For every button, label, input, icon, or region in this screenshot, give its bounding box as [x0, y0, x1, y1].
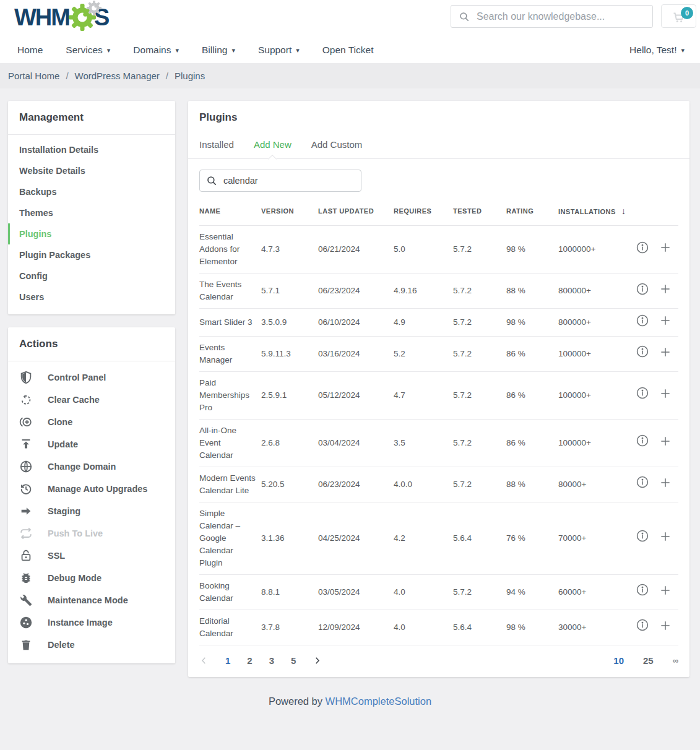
table-row: Paid Memberships Pro2.5.9.105/12/20244.7…	[199, 371, 678, 419]
plugin-details-button[interactable]	[635, 241, 650, 256]
cell-last-updated: 06/10/2024	[318, 309, 394, 337]
plugin-search	[199, 170, 361, 192]
nav-item-support[interactable]: Support▾	[258, 45, 300, 56]
sidebar-item-installation-details[interactable]: Installation Details	[8, 139, 175, 160]
column-header-installations[interactable]: INSTALLATIONS↓	[558, 197, 633, 226]
sidebar-item-plugins[interactable]: Plugins	[8, 223, 175, 244]
tab-add-custom[interactable]: Add Custom	[311, 139, 363, 158]
sidebar-item-plugin-packages[interactable]: Plugin Packages	[8, 244, 175, 265]
page-number-5[interactable]: 5	[291, 655, 296, 666]
plugin-details-button[interactable]	[635, 345, 650, 360]
action-item-manage-auto-upgrades[interactable]: Manage Auto Upgrades	[8, 478, 175, 500]
tab-add-new[interactable]: Add New	[254, 139, 292, 158]
install-plugin-button[interactable]	[658, 387, 673, 402]
plugin-details-button[interactable]	[635, 282, 650, 297]
column-header-tested[interactable]: TESTED	[453, 197, 506, 226]
column-header-version[interactable]: VERSION	[261, 197, 318, 226]
plugin-details-button[interactable]	[635, 314, 650, 329]
action-item-control-panel[interactable]: Control Panel	[8, 366, 175, 389]
plugin-details-button[interactable]	[635, 476, 650, 491]
cell-requires: 4.0.0	[394, 467, 453, 502]
plugin-details-button[interactable]	[635, 387, 650, 402]
footer-link[interactable]: WHMCompleteSolution	[326, 696, 431, 707]
nav-item-services[interactable]: Services▾	[66, 45, 110, 56]
cell-name: The Events Calendar	[199, 274, 261, 309]
page-size-25[interactable]: 25	[643, 655, 654, 666]
next-page-icon[interactable]	[313, 656, 322, 665]
column-header-requires[interactable]: REQUIRES	[394, 197, 453, 226]
table-row: Simple Calendar – Google Calendar Plugin…	[199, 502, 678, 574]
chevron-down-icon: ▾	[176, 46, 179, 54]
cell-details	[633, 274, 657, 309]
column-header-label: LAST UPDATED	[318, 207, 374, 215]
install-plugin-button[interactable]	[658, 241, 673, 256]
nav-item-domains[interactable]: Domains▾	[133, 45, 179, 56]
header: WHM	[0, 0, 700, 37]
plus-icon	[659, 530, 672, 545]
column-header-name[interactable]: NAME	[199, 197, 261, 226]
knowledgebase-search-input[interactable]	[477, 11, 645, 22]
action-item-instance-image[interactable]: Instance Image	[8, 611, 175, 634]
action-item-update[interactable]: Update	[8, 433, 175, 455]
sidebar-item-backups[interactable]: Backups	[8, 181, 175, 202]
install-plugin-button[interactable]	[658, 476, 673, 491]
logo-text-whm: WHM	[14, 4, 69, 31]
main-nav: HomeServices▾Domains▾Billing▾Support▾Ope…	[17, 45, 373, 56]
previous-page-icon[interactable]	[199, 656, 209, 665]
column-header-rating[interactable]: RATING	[506, 197, 558, 226]
action-item-ssl[interactable]: SSL	[8, 545, 175, 567]
nav-item-open-ticket[interactable]: Open Ticket	[322, 45, 374, 56]
action-item-staging[interactable]: Staging	[8, 500, 175, 522]
nav-item-billing[interactable]: Billing▾	[202, 45, 235, 56]
install-plugin-button[interactable]	[658, 314, 673, 329]
trash-icon	[19, 638, 33, 652]
whmcs-logo[interactable]: WHM	[14, 4, 108, 31]
cell-last-updated: 06/21/2024	[318, 226, 394, 274]
plugin-search-input[interactable]	[223, 176, 355, 186]
install-plugin-button[interactable]	[658, 530, 673, 545]
action-item-label: Clone	[48, 417, 72, 427]
breadcrumb-item-portal-home[interactable]: Portal Home	[8, 71, 59, 81]
page-number-1[interactable]: 1	[225, 655, 230, 666]
action-item-clone[interactable]: Clone	[8, 411, 175, 433]
column-header-last-updated[interactable]: LAST UPDATED	[318, 197, 394, 226]
shield-icon	[19, 371, 33, 384]
sidebar-item-website-details[interactable]: Website Details	[8, 160, 175, 181]
install-plugin-button[interactable]	[658, 434, 673, 449]
plugin-details-button[interactable]	[635, 584, 650, 598]
cell-rating: 98 %	[506, 610, 558, 645]
cell-requires: 3.5	[394, 419, 453, 467]
breadcrumb-item-wordpress-manager[interactable]: WordPress Manager	[75, 71, 160, 81]
plugin-details-button[interactable]	[635, 619, 650, 634]
page-number-2[interactable]: 2	[247, 655, 252, 666]
action-item-debug-mode[interactable]: Debug Mode	[8, 567, 175, 589]
install-plugin-button[interactable]	[658, 584, 673, 598]
wrench-icon	[19, 593, 33, 607]
cell-installations: 100000+	[558, 336, 633, 371]
sidebar-item-config[interactable]: Config	[8, 265, 175, 287]
page-size-10[interactable]: 10	[613, 655, 624, 666]
action-item-maintenance-mode[interactable]: Maintenance Mode	[8, 589, 175, 611]
action-item-change-domain[interactable]: Change Domain	[8, 455, 175, 478]
install-plugin-button[interactable]	[658, 283, 673, 298]
nav-item-home[interactable]: Home	[17, 45, 43, 56]
plugins-tabs: InstalledAdd NewAdd Custom	[188, 133, 689, 159]
plugin-details-button[interactable]	[635, 530, 650, 545]
sidebar: Management Installation DetailsWebsite D…	[8, 101, 175, 663]
sidebar-item-users[interactable]: Users	[8, 287, 175, 308]
install-plugin-button[interactable]	[658, 345, 673, 360]
page-number-3[interactable]: 3	[269, 655, 274, 666]
action-item-clear-cache[interactable]: Clear Cache	[8, 389, 175, 411]
action-item-delete[interactable]: Delete	[8, 634, 175, 656]
install-plugin-button[interactable]	[658, 619, 673, 634]
plugin-details-button[interactable]	[635, 434, 650, 449]
cell-install	[657, 574, 678, 610]
tab-installed[interactable]: Installed	[199, 139, 234, 158]
nav-item-label: Billing	[202, 45, 227, 56]
cell-rating: 94 %	[506, 574, 558, 610]
sidebar-item-themes[interactable]: Themes	[8, 202, 175, 223]
user-menu[interactable]: Hello, Test! ▾	[629, 45, 685, 56]
cart-button[interactable]: 0	[661, 4, 696, 28]
action-item-label: Control Panel	[48, 373, 106, 382]
page-size-all[interactable]: ∞	[673, 656, 678, 665]
